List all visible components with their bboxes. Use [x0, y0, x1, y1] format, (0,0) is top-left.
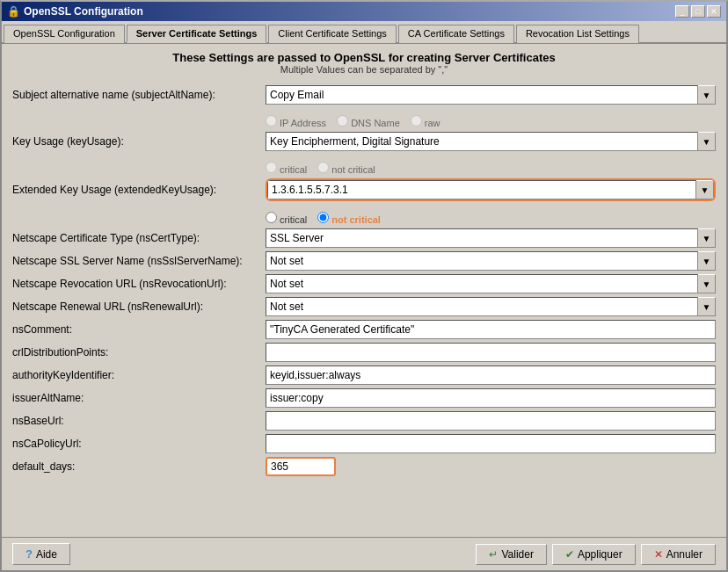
label-nsCaPolicyUrl: nsCaPolicyUrl:: [12, 436, 258, 452]
label-keyUsage: Key Usage (keyUsage):: [12, 134, 258, 149]
radio-notcritical-eku-label: not critical: [331, 214, 381, 225]
radio-label-raw[interactable]: raw: [411, 115, 440, 128]
dropdown-arrow-keyUsage[interactable]: ▼: [698, 132, 716, 151]
radio-label-ip[interactable]: IP Address: [266, 115, 326, 128]
bottom-bar: ? Aide ↵ Valider ✔ Appliquer ✕ Annuler: [2, 537, 726, 570]
valider-icon: ↵: [489, 548, 498, 561]
radio-raw-label: raw: [425, 118, 440, 128]
dropdown-arrow-nsCertType[interactable]: ▼: [698, 228, 716, 248]
radio-ip-label: IP Address: [280, 118, 326, 128]
select-wrap-extendedKeyUsage: 1.3.6.1.5.5.7.3.1 ▼: [266, 178, 716, 201]
select-wrap-nsCertType: SSL Server ▼: [266, 228, 716, 248]
radio-critical-ku[interactable]: [266, 162, 277, 173]
radio-critical-eku[interactable]: [266, 212, 277, 223]
input-defaultDays[interactable]: [266, 457, 336, 476]
value-nsCertType: SSL Server ▼: [266, 228, 716, 248]
close-button[interactable]: ✕: [707, 5, 721, 18]
label-nsRenewalUrl: Netscape Renewal URL (nsRenewalUrl):: [12, 299, 258, 315]
radio-dns[interactable]: [337, 115, 348, 127]
tab-server[interactable]: Server Certificate Settings: [127, 25, 267, 43]
radio-label-notcritical-ku[interactable]: not critical: [317, 162, 375, 175]
appliquer-button[interactable]: ✔ Appliquer: [552, 544, 636, 565]
tab-ca[interactable]: CA Certificate Settings: [398, 25, 514, 43]
select-extendedKeyUsage[interactable]: 1.3.6.1.5.5.7.3.1: [267, 180, 696, 199]
valider-button[interactable]: ↵ Valider: [476, 544, 546, 565]
radio-notcritical-eku[interactable]: [317, 212, 329, 223]
minimize-button[interactable]: _: [675, 5, 689, 18]
radio-label-critical-eku[interactable]: critical: [266, 212, 307, 225]
maximize-button[interactable]: □: [691, 5, 705, 18]
dropdown-arrow-extendedKeyUsage[interactable]: ▼: [696, 180, 714, 199]
form-grid: Subject alternative name (subjectAltName…: [12, 85, 716, 476]
input-nsCaPolicyUrl[interactable]: [266, 434, 716, 453]
radio-label-dns[interactable]: DNS Name: [337, 115, 400, 128]
radio-subjectAltName: IP Address DNS Name raw: [266, 115, 716, 128]
label-nsComment: nsComment:: [12, 322, 258, 337]
select-keyUsage[interactable]: Key Encipherment, Digital Signature: [266, 132, 698, 151]
select-wrap-nsSslServerName: Not set ▼: [266, 251, 716, 271]
value-defaultDays: [266, 457, 716, 476]
radio-ip[interactable]: [266, 115, 277, 127]
value-nsRevocationUrl: Not set ▼: [266, 274, 716, 293]
tab-revocation[interactable]: Revocation List Settings: [516, 25, 639, 43]
label-nsRevocationUrl: Netscape Revocation URL (nsRevocationUrl…: [12, 276, 258, 292]
help-icon: ?: [25, 547, 33, 561]
radio-dns-label: DNS Name: [351, 118, 400, 128]
select-wrap-subjectAltName: Copy Email ▼: [266, 85, 716, 105]
select-subjectAltName[interactable]: Copy Email: [266, 85, 698, 105]
content-area: These Settings are passed to OpenSSL for…: [2, 44, 726, 537]
dropdown-arrow-nsRevocationUrl[interactable]: ▼: [698, 274, 716, 293]
label-nsCertType: Netscape Certificate Type (nsCertType):: [12, 230, 258, 246]
title-bar: 🔒 OpenSSL Configuration _ □ ✕: [2, 2, 726, 21]
label-authorityKeyIdentifier: authorityKeyIdentifier:: [12, 367, 258, 383]
title-bar-left: 🔒 OpenSSL Configuration: [7, 5, 143, 18]
window-title: OpenSSL Configuration: [24, 5, 143, 18]
annuler-button[interactable]: ✕ Annuler: [641, 544, 716, 565]
select-nsRevocationUrl[interactable]: Not set: [266, 274, 698, 293]
select-nsSslServerName[interactable]: Not set: [266, 251, 698, 271]
value-nsComment: [266, 320, 716, 339]
radio-keyUsage: critical not critical: [266, 162, 716, 175]
value-nsBaseUrl: [266, 411, 716, 431]
action-buttons: ↵ Valider ✔ Appliquer ✕ Annuler: [476, 544, 716, 565]
tab-client[interactable]: Client Certificate Settings: [268, 25, 397, 43]
select-nsRenewalUrl[interactable]: Not set: [266, 297, 698, 316]
value-crlDistributionPoints: [266, 343, 716, 362]
dropdown-arrow-nsSslServerName[interactable]: ▼: [698, 251, 716, 271]
label-crlDistributionPoints: crlDistributionPoints:: [12, 344, 258, 360]
input-authorityKeyIdentifier[interactable]: [266, 366, 716, 385]
select-nsCertType[interactable]: SSL Server: [266, 228, 698, 248]
radio-critical-eku-label: critical: [280, 214, 307, 225]
radio-label-notcritical-eku[interactable]: not critical: [317, 212, 381, 225]
radio-critical-ku-label: critical: [280, 164, 307, 175]
label-issuerAltName: issuerAltName:: [12, 390, 258, 406]
appliquer-label: Appliquer: [578, 548, 622, 561]
radio-notcritical-ku-label: not critical: [331, 164, 375, 175]
aide-label: Aide: [36, 548, 57, 561]
tab-openssl[interactable]: OpenSSL Configuration: [4, 25, 125, 43]
main-window: 🔒 OpenSSL Configuration _ □ ✕ OpenSSL Co…: [0, 0, 728, 572]
dropdown-arrow-nsRenewalUrl[interactable]: ▼: [698, 297, 716, 316]
value-issuerAltName: [266, 388, 716, 408]
appliquer-icon: ✔: [565, 548, 574, 561]
radio-raw[interactable]: [411, 115, 422, 127]
value-nsRenewalUrl: Not set ▼: [266, 297, 716, 316]
input-issuerAltName[interactable]: [266, 388, 716, 408]
select-wrap-nsRenewalUrl: Not set ▼: [266, 297, 716, 316]
header-subtitle: Multiple Values can be separated by ",": [12, 64, 716, 75]
label-subjectAltName: Subject alternative name (subjectAltName…: [12, 87, 258, 103]
label-nsSslServerName: Netscape SSL Server Name (nsSslServerNam…: [12, 253, 258, 269]
spacer-3: [12, 205, 716, 208]
radio-label-critical-ku[interactable]: critical: [266, 162, 307, 175]
select-wrap-nsRevocationUrl: Not set ▼: [266, 274, 716, 293]
value-authorityKeyIdentifier: [266, 366, 716, 385]
header: These Settings are passed to OpenSSL for…: [12, 51, 716, 75]
radio-notcritical-ku[interactable]: [317, 162, 329, 173]
annuler-icon: ✕: [654, 548, 663, 561]
input-crlDistributionPoints[interactable]: [266, 343, 716, 362]
app-icon: 🔒: [7, 5, 20, 18]
input-nsComment[interactable]: [266, 320, 716, 339]
dropdown-arrow-subjectAltName[interactable]: ▼: [698, 85, 716, 105]
aide-button[interactable]: ? Aide: [12, 543, 70, 565]
input-nsBaseUrl[interactable]: [266, 411, 716, 431]
